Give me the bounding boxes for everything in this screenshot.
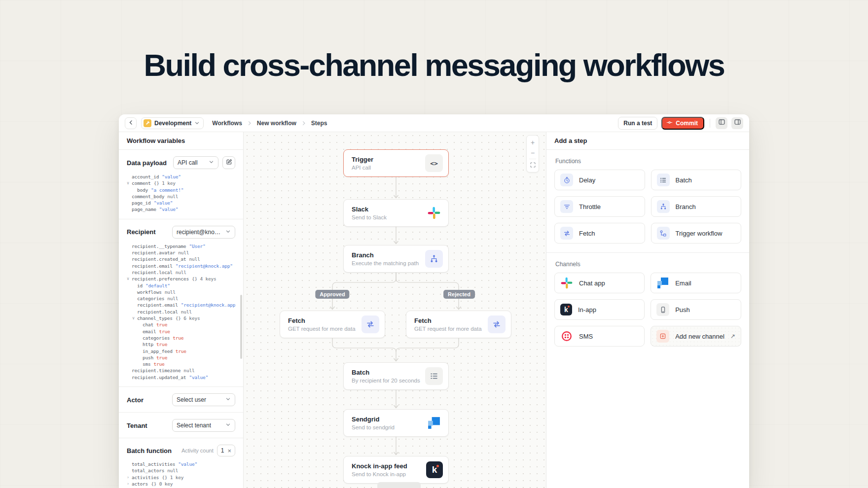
batch-function-label: Batch function: [127, 447, 172, 454]
tree-expander[interactable]: ›: [127, 474, 132, 481]
json-tree-row: total_activities"value": [127, 461, 235, 467]
breadcrumb-workflows[interactable]: Workflows: [212, 120, 242, 127]
step-card-branch[interactable]: Branch: [651, 196, 742, 217]
recipient-json-tree: recipient.__typename"User"recipient.avat…: [127, 243, 235, 381]
json-tree-row: pushtrue: [127, 354, 235, 361]
workflow-node-slack[interactable]: SlackSend to Slack: [343, 199, 449, 227]
json-tree-row: recipient.created_atnull: [127, 256, 235, 262]
tree-expander[interactable]: ∨: [127, 180, 132, 186]
chevron-left-icon: [128, 119, 134, 128]
step-card-trigger-workflow[interactable]: Trigger workflow: [651, 223, 742, 244]
workflow-node-trigger[interactable]: TriggerAPI call <>: [343, 149, 449, 177]
zoom-out-button[interactable]: −: [527, 147, 538, 158]
data-payload-select[interactable]: API call: [173, 156, 218, 169]
recipient-select[interactable]: recipient@knock....: [172, 226, 235, 239]
data-payload-label: Data payload: [127, 159, 167, 167]
workflow-node-branch[interactable]: BranchExecute the matching path: [343, 245, 449, 273]
breadcrumb-new-workflow[interactable]: New workflow: [257, 120, 296, 127]
tree-expander[interactable]: ›: [127, 481, 132, 487]
step-card-label: Trigger workflow: [676, 230, 723, 237]
code-icon: <>: [425, 154, 443, 172]
slack-icon: [425, 204, 443, 222]
add-a-step-panel: Add a step Functions DelayBatchThrottleB…: [546, 132, 749, 488]
clipped-condition-chip: [377, 482, 421, 488]
tenant-select[interactable]: Select tenant: [172, 419, 235, 432]
app-window: Development Workflows New workflow Steps…: [119, 114, 749, 488]
zoom-in-button[interactable]: +: [527, 137, 538, 147]
workflow-node-fetch-left[interactable]: FetchGET request for more data: [280, 311, 385, 338]
toggle-right-panel-button[interactable]: [731, 117, 743, 129]
batch-icon: [657, 174, 670, 186]
workflow-node-batch[interactable]: BatchBy recipient for 20 seconds: [343, 362, 449, 390]
batch-function-section: Batch function Activity count 1 × total_…: [119, 438, 243, 488]
json-tree-row: recipient.timezonenull: [127, 367, 235, 374]
chevron-right-icon: [247, 120, 253, 126]
tree-expander[interactable]: ∨: [132, 315, 137, 321]
step-card-label: Batch: [676, 176, 692, 184]
functions-section: Functions DelayBatchThrottleBranchFetchT…: [546, 150, 749, 252]
step-card-sms[interactable]: SMS: [554, 326, 645, 347]
panel-right-icon: [734, 118, 741, 128]
channels-section: Channels Chat appEmailkIn-appPushSMSAdd …: [546, 252, 749, 355]
throttle-icon: [560, 200, 573, 213]
step-card-chat-app[interactable]: Chat app: [554, 273, 645, 293]
breadcrumb-steps[interactable]: Steps: [311, 120, 327, 127]
chevron-down-icon: [194, 119, 200, 128]
json-tree-row: id"default": [127, 282, 235, 289]
sidebar-scrollbar[interactable]: [240, 295, 242, 359]
environment-label: Development: [154, 120, 191, 127]
fit-view-button[interactable]: [527, 160, 538, 171]
step-card-batch[interactable]: Batch: [651, 170, 742, 190]
workflow-node-sendgrid[interactable]: SendgridSend to sendgrid: [343, 409, 449, 437]
step-card-push[interactable]: Push: [651, 299, 741, 320]
activity-count-input[interactable]: 1 ×: [217, 445, 235, 456]
step-card-label: Push: [675, 306, 690, 314]
fetch-icon: [560, 227, 573, 240]
json-tree-row: recipient.__typename"User": [127, 243, 235, 249]
run-a-test-button[interactable]: Run a test: [618, 117, 657, 130]
workflow-node-knock-in-app[interactable]: Knock in-app feedSend to Knock in-app k: [343, 456, 449, 484]
json-tree-row: recipient.updated_at"value": [127, 374, 235, 381]
json-tree-row: recipient.avatarnull: [127, 249, 235, 256]
workflow-variables-panel: Workflow variables Data payload API call…: [119, 132, 244, 488]
tree-expander[interactable]: ∨: [127, 276, 132, 282]
step-card-label: Delay: [579, 176, 595, 184]
json-tree-row: recipient.email"recipient@knock.app": [127, 263, 235, 269]
step-card-fetch[interactable]: Fetch: [554, 223, 645, 244]
json-tree-row: categoriesnull: [127, 295, 235, 302]
json-tree-row: httptrue: [127, 341, 235, 348]
sendgrid-icon: [425, 414, 443, 432]
step-card-throttle[interactable]: Throttle: [554, 196, 645, 217]
step-card-label: Throttle: [579, 203, 601, 210]
edit-payload-button[interactable]: [222, 156, 235, 169]
step-card-in-app[interactable]: kIn-app: [554, 299, 645, 320]
batch-icon: [425, 367, 443, 385]
delay-icon: [560, 174, 573, 186]
actor-select[interactable]: Select user: [172, 393, 235, 406]
json-tree-row: body"a comment!": [127, 187, 235, 193]
push-icon: [656, 303, 669, 316]
json-tree-row: page_name"value": [127, 206, 235, 212]
workflow-node-fetch-right[interactable]: FetchGET request for more data: [406, 311, 511, 338]
step-card-add-new-channel[interactable]: Add new channel↗: [651, 326, 741, 347]
remove-activity-count-button[interactable]: ×: [227, 448, 231, 454]
toggle-left-panel-button[interactable]: [716, 117, 727, 129]
fetch-icon: [488, 315, 506, 333]
back-button[interactable]: [125, 117, 137, 129]
knock-icon: k: [426, 461, 443, 478]
trigger-workflow-icon: [657, 227, 670, 240]
step-card-delay[interactable]: Delay: [554, 170, 645, 190]
email-icon: [656, 277, 669, 289]
step-card-label: In-app: [578, 306, 596, 314]
tenant-label: Tenant: [127, 422, 147, 429]
environment-switcher[interactable]: Development: [141, 117, 204, 129]
step-card-email[interactable]: Email: [651, 273, 741, 293]
data-payload-json-tree: account_id"value"∨comment{} 1 keybody"a …: [127, 174, 235, 213]
json-tree-row: recipient.localnull: [127, 309, 235, 315]
slack-icon: [560, 277, 573, 289]
commit-button[interactable]: Commit: [661, 117, 704, 130]
workflow-canvas[interactable]: TriggerAPI call <> SlackSend to Slack Br…: [244, 132, 546, 488]
json-tree-row: workflowsnull: [127, 289, 235, 295]
breadcrumb: Workflows New workflow Steps: [212, 120, 327, 127]
json-tree-row: ∨channel_types{} 6 keys: [127, 315, 235, 321]
